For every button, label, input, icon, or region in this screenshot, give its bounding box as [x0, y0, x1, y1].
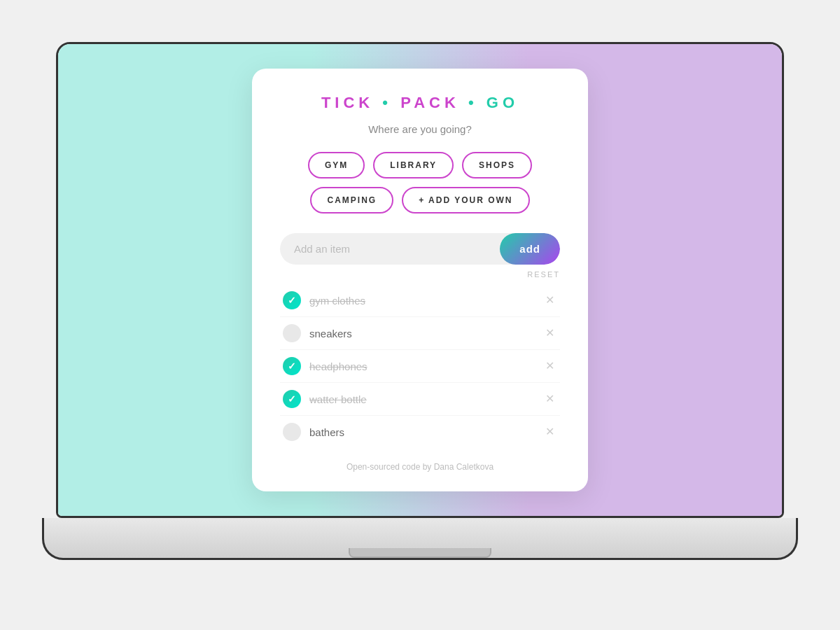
list-item: sneakers ✕: [280, 317, 560, 350]
laptop-container: TICK • PACK • GO Where are you going? GY…: [42, 42, 798, 588]
laptop-base: [42, 518, 798, 560]
remove-btn-4[interactable]: ✕: [542, 391, 557, 407]
laptop-screen-bezel: TICK • PACK • GO Where are you going? GY…: [56, 42, 784, 518]
dest-btn-gym[interactable]: GYM: [308, 152, 365, 178]
check-icon-5[interactable]: [283, 423, 301, 441]
list-item: headphones ✕: [280, 350, 560, 383]
remove-btn-5[interactable]: ✕: [542, 424, 557, 440]
check-icon-4[interactable]: [283, 390, 301, 408]
item-label-3: headphones: [309, 360, 534, 372]
app-card: TICK • PACK • GO Where are you going? GY…: [252, 69, 588, 491]
dest-btn-camping[interactable]: CAMPING: [310, 187, 393, 214]
title-go: GO: [486, 94, 519, 111]
item-label-1: gym clothes: [309, 295, 534, 307]
add-button[interactable]: add: [500, 233, 560, 265]
item-label-5: bathers: [309, 426, 534, 438]
item-list: gym clothes ✕ sneakers ✕ headphones ✕: [280, 284, 560, 448]
add-item-input[interactable]: [280, 233, 500, 265]
item-label-4: watter bottle: [309, 393, 534, 405]
title-tick: TICK: [321, 94, 374, 111]
reset-label[interactable]: RESET: [280, 270, 560, 279]
list-item: bathers ✕: [280, 416, 560, 448]
footer-text: Open-sourced code by Dana Caletkova: [280, 462, 560, 472]
subtitle: Where are you going?: [280, 123, 560, 135]
remove-btn-3[interactable]: ✕: [542, 358, 557, 374]
dest-btn-add-own[interactable]: + ADD YOUR OWN: [402, 187, 529, 214]
check-icon-3[interactable]: [283, 357, 301, 375]
title-dot2: •: [468, 94, 478, 111]
list-item: watter bottle ✕: [280, 383, 560, 416]
check-icon-1[interactable]: [283, 291, 301, 309]
remove-btn-1[interactable]: ✕: [542, 292, 557, 309]
title-dot1: •: [382, 94, 392, 111]
title-pack: PACK: [400, 94, 460, 111]
remove-btn-2[interactable]: ✕: [542, 325, 557, 342]
add-item-row: add: [280, 233, 560, 265]
app-title: TICK • PACK • GO: [280, 94, 560, 112]
item-label-2: sneakers: [309, 328, 534, 340]
destination-buttons: GYM LIBRARY SHOPS CAMPING + ADD YOUR OWN: [280, 152, 560, 214]
list-item: gym clothes ✕: [280, 284, 560, 317]
check-icon-2[interactable]: [283, 324, 301, 342]
laptop-screen: TICK • PACK • GO Where are you going? GY…: [58, 44, 782, 516]
dest-btn-library[interactable]: LIBRARY: [373, 152, 454, 178]
dest-btn-shops[interactable]: SHOPS: [462, 152, 532, 178]
